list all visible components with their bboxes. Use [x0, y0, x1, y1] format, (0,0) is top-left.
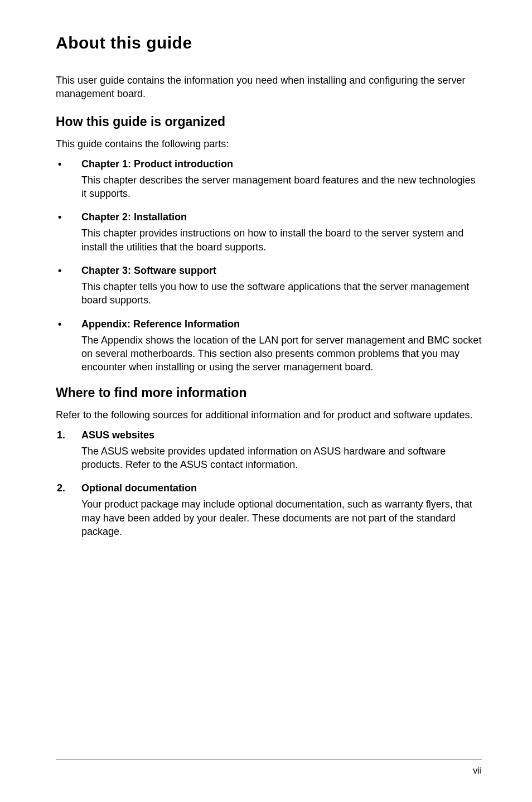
item-title: Optional documentation — [81, 482, 482, 494]
bullet-content: Chapter 3: Software support This chapter… — [81, 265, 482, 315]
list-item: • Chapter 1: Product introduction This c… — [56, 158, 482, 209]
section1-intro: This guide contains the following parts: — [56, 137, 482, 151]
list-item: 2. Optional documentation Your product p… — [56, 482, 482, 546]
intro-paragraph: This user guide contains the information… — [56, 74, 482, 101]
number-marker: 1. — [56, 429, 81, 480]
item-body: The ASUS website provides updated inform… — [81, 445, 482, 472]
list-item: 1. ASUS websites The ASUS website provid… — [56, 429, 482, 480]
page-footer: vii — [56, 759, 482, 776]
bullet-marker: • — [56, 318, 81, 382]
chapter-body: This chapter provides instructions on ho… — [81, 226, 482, 254]
list-item: • Chapter 2: Installation This chapter p… — [56, 211, 482, 262]
page-title: About this guide — [56, 33, 482, 52]
section-heading-where: Where to find more information — [56, 385, 482, 400]
chapter-title: Chapter 3: Software support — [81, 265, 482, 277]
list-item: • Chapter 3: Software support This chapt… — [56, 265, 482, 315]
bullet-marker: • — [56, 265, 81, 315]
bullet-content: Chapter 1: Product introduction This cha… — [81, 158, 482, 209]
chapter-body: The Appendix shows the location of the L… — [81, 334, 482, 374]
chapter-body: This chapter tells you how to use the so… — [81, 280, 482, 307]
page-number: vii — [473, 765, 482, 776]
item-title: ASUS websites — [81, 429, 482, 441]
chapter-title: Chapter 1: Product introduction — [81, 158, 482, 170]
list-item: • Appendix: Reference Information The Ap… — [56, 318, 482, 382]
number-marker: 2. — [56, 482, 81, 546]
chapter-title: Chapter 2: Installation — [81, 211, 482, 223]
bullet-marker: • — [56, 211, 81, 262]
numbered-content: ASUS websites The ASUS website provides … — [81, 429, 482, 480]
bullet-marker: • — [56, 158, 81, 209]
section-heading-organized: How this guide is organized — [56, 114, 482, 129]
section2-intro: Refer to the following sources for addit… — [56, 408, 482, 422]
chapter-body: This chapter describes the server manage… — [81, 173, 482, 201]
item-body: Your product package may include optiona… — [81, 497, 482, 538]
numbered-content: Optional documentation Your product pack… — [81, 482, 482, 546]
chapter-title: Appendix: Reference Information — [81, 318, 482, 330]
bullet-content: Appendix: Reference Information The Appe… — [81, 318, 482, 382]
bullet-content: Chapter 2: Installation This chapter pro… — [81, 211, 482, 262]
